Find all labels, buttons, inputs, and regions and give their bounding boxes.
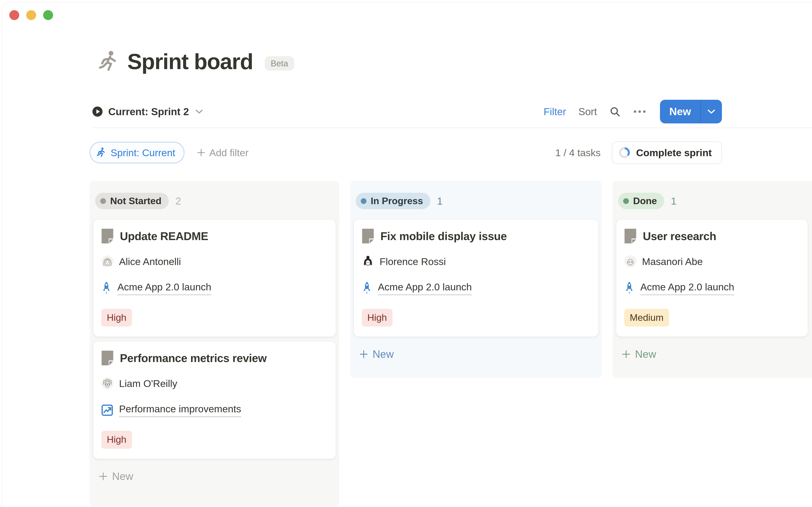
column-header: In Progress 1 — [350, 193, 602, 209]
sprint-filter-label: Sprint: Current — [111, 147, 175, 159]
project-link[interactable]: Acme App 2.0 launch — [117, 281, 211, 295]
column-status-label: Not Started — [110, 195, 162, 207]
plus-icon — [359, 349, 368, 359]
task-title: User research — [643, 230, 716, 243]
status-dot — [361, 198, 367, 204]
complete-sprint-button[interactable]: Complete sprint — [612, 142, 722, 164]
column-status-label: In Progress — [371, 195, 423, 207]
page-icon — [624, 229, 637, 243]
toolbar-divider — [92, 128, 812, 128]
project-relation[interactable]: Acme App 2.0 launch — [624, 281, 799, 295]
task-title: Update README — [120, 230, 208, 243]
assignee-avatar — [362, 255, 374, 268]
task-title: Fix mobile display issue — [380, 230, 507, 243]
chart-increasing-icon — [101, 404, 113, 416]
column-status-label: Done — [633, 195, 657, 207]
task-title: Performance metrics review — [120, 352, 267, 364]
column-count: 2 — [175, 195, 181, 207]
add-card-label: New — [373, 348, 394, 360]
priority-badge: High — [362, 309, 392, 327]
column-header: Not Started 2 — [90, 193, 339, 209]
page-header: Sprint board Beta — [98, 49, 294, 74]
progress-ring-icon — [618, 147, 631, 159]
chevron-down-icon — [195, 109, 203, 114]
search-icon[interactable] — [609, 106, 620, 117]
filter-bar: Sprint: Current Add filter 1 / 4 tasks C… — [90, 141, 722, 164]
rocket-icon — [362, 282, 372, 295]
sort-button[interactable]: Sort — [578, 106, 597, 117]
sprint-filter-chip[interactable]: Sprint: Current — [90, 142, 184, 163]
project-relation[interactable]: Acme App 2.0 launch — [362, 281, 590, 295]
status-dot — [623, 198, 629, 204]
column-status-pill[interactable]: Done — [618, 193, 664, 209]
rocket-icon — [624, 282, 634, 295]
assignee-name: Liam O'Reilly — [119, 378, 177, 389]
task-card[interactable]: Fix mobile display issue — [354, 219, 598, 337]
task-card[interactable]: Performance metrics review — [93, 341, 336, 459]
add-card-button[interactable]: New — [350, 341, 602, 360]
zoom-button[interactable] — [43, 10, 53, 20]
beta-badge: Beta — [265, 56, 294, 71]
add-card-label: New — [635, 348, 656, 360]
tasks-summary: 1 / 4 tasks — [555, 147, 601, 159]
view-label: Current: Sprint 2 — [108, 106, 189, 117]
task-card[interactable]: Update README Alice Antonelli — [93, 219, 336, 337]
project-relation[interactable]: Acme App 2.0 launch — [101, 281, 327, 295]
close-button[interactable] — [9, 10, 19, 20]
add-card-button[interactable]: New — [612, 341, 812, 360]
status-dot — [100, 198, 106, 204]
page-icon — [362, 229, 374, 243]
kanban-board: Not Started 2 Update README — [0, 181, 812, 507]
page-title: Sprint board — [127, 49, 253, 74]
plus-icon — [99, 472, 108, 481]
plus-icon — [621, 349, 631, 359]
page-icon — [101, 229, 114, 243]
assignee-avatar — [101, 255, 114, 268]
plus-icon — [197, 148, 206, 157]
rocket-icon — [101, 282, 111, 295]
view-toolbar: Current: Sprint 2 Filter Sort New — [92, 99, 722, 124]
column-count: 1 — [671, 195, 677, 207]
priority-badge: High — [101, 431, 132, 448]
play-icon — [92, 106, 103, 117]
complete-sprint-label: Complete sprint — [636, 147, 712, 159]
project-link[interactable]: Performance improvements — [119, 403, 241, 417]
assignee-avatar — [101, 377, 114, 390]
assignee-name: Florence Rossi — [380, 256, 446, 267]
minimize-button[interactable] — [26, 10, 36, 20]
add-filter-button[interactable]: Add filter — [197, 147, 249, 159]
ellipsis-icon[interactable] — [633, 110, 646, 113]
column-count: 1 — [437, 195, 443, 207]
board-column-not-started: Not Started 2 Update README — [90, 181, 339, 506]
new-button-label: New — [660, 106, 700, 118]
priority-badge: Medium — [624, 309, 669, 327]
add-card-label: New — [112, 470, 133, 483]
assignee-name: Masanori Abe — [642, 256, 703, 267]
add-card-button[interactable]: New — [90, 463, 339, 483]
task-card[interactable]: User research Masanor — [616, 219, 808, 337]
assignee-name: Alice Antonelli — [119, 256, 181, 267]
column-status-pill[interactable]: In Progress — [356, 193, 430, 209]
page-icon — [101, 351, 114, 365]
window-controls — [9, 10, 53, 20]
filter-button[interactable]: Filter — [543, 106, 566, 117]
assignee-avatar — [624, 255, 637, 268]
view-switcher[interactable]: Current: Sprint 2 — [92, 106, 203, 117]
new-button[interactable]: New — [660, 100, 722, 123]
board-column-in-progress: In Progress 1 Fix mobile display issue — [350, 181, 602, 378]
priority-badge: High — [101, 309, 132, 327]
project-link[interactable]: Acme App 2.0 launch — [640, 281, 734, 295]
project-link[interactable]: Acme App 2.0 launch — [378, 281, 472, 295]
runner-icon — [96, 147, 106, 158]
board-column-done: Done 1 User research — [612, 181, 812, 378]
project-relation[interactable]: Performance improvements — [101, 403, 327, 417]
runner-icon[interactable] — [98, 50, 118, 73]
add-filter-label: Add filter — [209, 147, 249, 159]
chevron-down-icon[interactable] — [701, 109, 722, 115]
column-header: Done 1 — [612, 193, 812, 209]
column-status-pill[interactable]: Not Started — [95, 193, 169, 209]
